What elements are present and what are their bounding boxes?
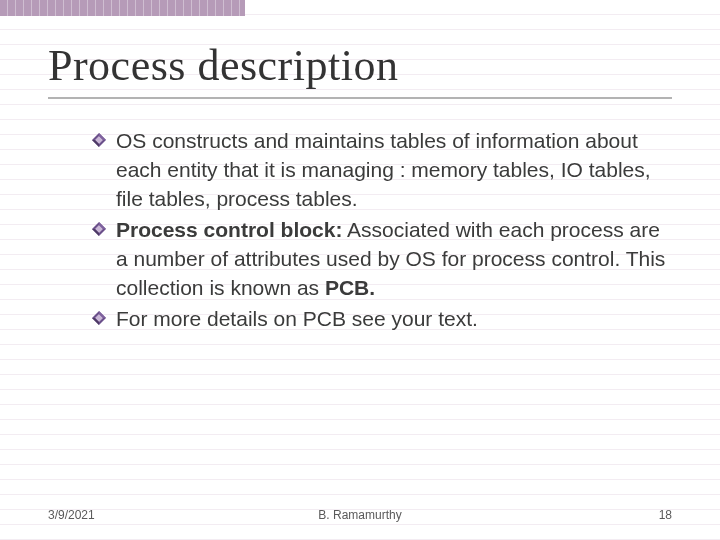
diamond-bullet-icon (92, 133, 106, 147)
slide-footer: 3/9/2021 B. Ramamurthy 18 (0, 508, 720, 522)
bullet-text: Process control block: Associated with e… (116, 218, 665, 299)
bullet-item: For more details on PCB see your text. (92, 305, 672, 334)
diamond-bullet-icon (92, 222, 106, 236)
bullet-item: OS constructs and maintains tables of in… (92, 127, 672, 214)
footer-page-number: 18 (464, 508, 672, 522)
bullet-text: For more details on PCB see your text. (116, 307, 478, 330)
footer-author: B. Ramamurthy (256, 508, 464, 522)
slide-title: Process description (48, 40, 672, 99)
slide-body: OS constructs and maintains tables of in… (48, 127, 672, 334)
bullet-text: OS constructs and maintains tables of in… (116, 129, 651, 210)
bullet-item: Process control block: Associated with e… (92, 216, 672, 303)
diamond-bullet-icon (92, 311, 106, 325)
footer-date: 3/9/2021 (48, 508, 256, 522)
slide-container: Process description OS constructs and ma… (0, 0, 720, 540)
